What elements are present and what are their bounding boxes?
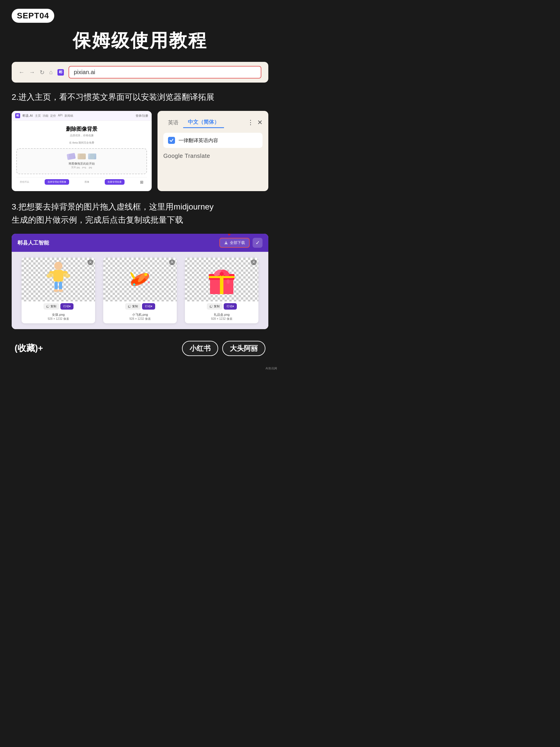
panels-row: 郫 郫县.AI 主页功能定价API新闻稿 登录/注册 删除图像背景 品质优良，价…: [12, 111, 268, 191]
svg-point-19: [144, 273, 147, 276]
footer-left: (收藏)+: [15, 342, 43, 354]
copy-btn-plane[interactable]: 复制: [125, 303, 141, 310]
panel-title: 郫县人工智能: [18, 239, 49, 246]
translate-checkbox[interactable]: [168, 137, 175, 144]
pixian-action-btn[interactable]: 批量管理批量: [105, 179, 125, 185]
card-actions-gift: 复制 行动▾: [185, 302, 259, 311]
nav-home-btn[interactable]: ⌂: [49, 69, 53, 76]
svg-rect-8: [59, 282, 62, 290]
card-img-area-girl: ✕: [22, 258, 95, 302]
action-btn-plane[interactable]: 行动▾: [142, 303, 155, 310]
svg-point-21: [148, 282, 150, 283]
pixian-nav: 主页功能定价API新闻稿: [35, 114, 73, 118]
pixian-heading: 删除图像背景: [16, 126, 147, 132]
image-panel-header: 郫县人工智能 全部下载 ✓ ↓: [12, 234, 268, 252]
step2-text: 2.进入主页，看不习惯英文界面可以安装浏览器翻译拓展: [12, 91, 268, 104]
filesize-gift: 928 × 1232 像素: [187, 317, 256, 321]
svg-point-10: [58, 289, 63, 292]
check-btn[interactable]: ✓: [252, 238, 263, 248]
svg-rect-33: [211, 305, 212, 307]
svg-point-18: [130, 272, 136, 280]
image-card-girl: ✕: [22, 258, 95, 323]
card-meta-girl: 女孩.png 928 × 1232 像素: [22, 311, 95, 323]
copy-label-plane: 复制: [132, 304, 138, 308]
card-close-gift[interactable]: ✕: [251, 259, 257, 265]
main-title: 保姆级使用教程: [12, 30, 268, 51]
tab-english[interactable]: 英语: [163, 117, 183, 128]
filesize-girl: 928 × 1232 像素: [24, 317, 93, 321]
download-all-btn[interactable]: 全部下载: [219, 238, 250, 248]
footer-badge-datou: 大头阿丽: [222, 341, 265, 356]
image-card-plane: ✕: [103, 258, 177, 323]
url-bar[interactable]: pixian.ai: [69, 66, 261, 78]
svg-point-30: [220, 272, 224, 276]
copy-btn-gift[interactable]: 复制: [207, 303, 222, 310]
svg-rect-14: [47, 305, 49, 307]
nav-forward-btn[interactable]: →: [29, 69, 35, 76]
pixian-header: 郫 郫县.AI 主页功能定价API新闻稿 登录/注册: [12, 111, 152, 121]
browser-favicon: 郫: [57, 69, 64, 76]
file-icon-2: [78, 153, 86, 159]
filename-girl: 女孩.png: [24, 312, 93, 317]
translate-panel: 英语 中文（简体） ⋮ ✕ 一律翻译英语内容 Google Translate: [158, 111, 268, 191]
filename-gift: 礼品盒.png: [187, 312, 256, 317]
translate-checkbox-row: 一律翻译英语内容: [163, 133, 263, 148]
action-label-gift: 行动▾: [226, 304, 234, 308]
pixian-logo: 郫: [15, 113, 20, 118]
svg-rect-0: [69, 153, 74, 159]
card-meta-plane: 小飞机.png 928 × 1232 像素: [103, 311, 177, 323]
copy-btn-girl[interactable]: 复制: [44, 303, 59, 310]
svg-rect-1: [80, 154, 84, 159]
panel-actions: 全部下载 ✓: [219, 238, 263, 248]
svg-rect-2: [90, 154, 94, 159]
download-btn-label: 全部下载: [230, 240, 245, 246]
plane-illustration: [124, 263, 156, 295]
footer: (收藏)+ 小红书 大头阿丽: [12, 341, 268, 356]
translate-close-btn[interactable]: ✕: [257, 119, 263, 126]
pixian-panel: 郫 郫县.AI 主页功能定价API新闻稿 登录/注册 删除图像背景 品质优良，价…: [12, 111, 152, 191]
gift-illustration: [207, 263, 236, 295]
browser-bar: ← → ↻ ⌂ 郫 pixian.ai: [12, 62, 268, 83]
card-actions-plane: 复制 行动▾: [103, 302, 177, 311]
file-icon-1: [66, 153, 76, 160]
action-label-plane: 行动▾: [145, 304, 152, 308]
translate-menu-btn[interactable]: ⋮: [247, 119, 254, 126]
pixian-body: 删除图像背景 品质优良，价格低廉 在 Beta 期间完全免费: [12, 121, 152, 191]
card-actions-girl: 复制 行动▾: [22, 302, 95, 311]
sept-badge: SEPT04: [12, 9, 54, 23]
card-close-plane[interactable]: ✕: [169, 259, 175, 265]
svg-rect-27: [209, 276, 235, 278]
footer-badge-xiaohongshu: 小红书: [182, 341, 218, 356]
card-close-girl[interactable]: ✕: [87, 259, 93, 265]
action-btn-girl[interactable]: 行动▾: [60, 303, 74, 310]
tab-chinese[interactable]: 中文（简体）: [183, 117, 224, 128]
filesize-plane: 928 × 1232 像素: [106, 317, 175, 321]
svg-rect-7: [55, 282, 58, 290]
card-img-area-plane: ✕: [103, 258, 177, 302]
pixian-manage-btn[interactable]: 选择管理处理图像: [45, 179, 69, 185]
nav-back-btn[interactable]: ←: [19, 69, 25, 76]
action-label-girl: 行动▾: [63, 304, 71, 308]
pixian-note: 支持 jpg、png、.jpg: [20, 166, 143, 169]
svg-rect-23: [129, 305, 131, 307]
pixian-appname: 郫县.AI: [23, 113, 33, 118]
copy-label-girl: 复制: [50, 304, 56, 308]
image-cards-row: ✕: [12, 252, 268, 329]
card-meta-gift: 礼品盒.png 928 × 1232 像素: [185, 311, 259, 323]
nav-refresh-btn[interactable]: ↻: [40, 69, 45, 76]
action-btn-gift[interactable]: 行动▾: [224, 303, 237, 310]
pixian-drop-area[interactable]: 将图像拖至此处开始 支持 jpg、png、.jpg: [16, 148, 147, 174]
panel-header-wrapper: 郫县人工智能 全部下载 ✓ ↓: [12, 234, 268, 252]
pixian-subtitle: 品质优良，价格低廉: [16, 134, 147, 137]
pixian-footer: 您也可以 选择管理处理图像 图像 批量管理批量 ⊞: [16, 177, 147, 186]
watermark: AI美讯网: [266, 366, 277, 370]
step3-text: 3.把想要去掉背景的图片拖入虚线框，这里用midjourney生成的图片做示例，…: [12, 201, 268, 227]
svg-point-31: [226, 279, 230, 284]
translate-checkbox-label: 一律翻译英语内容: [179, 137, 218, 144]
page-wrapper: SEPT04 保姆级使用教程 ← → ↻ ⌂ 郫 pixian.ai 2.进入主…: [0, 0, 280, 374]
card-img-area-gift: ✕: [185, 258, 259, 302]
pixian-beta: 在 Beta 期间完全免费: [16, 141, 147, 145]
filename-plane: 小飞机.png: [106, 312, 175, 317]
svg-point-20: [133, 283, 135, 286]
pixian-drop-text: 将图像拖至此处开始: [20, 162, 143, 166]
